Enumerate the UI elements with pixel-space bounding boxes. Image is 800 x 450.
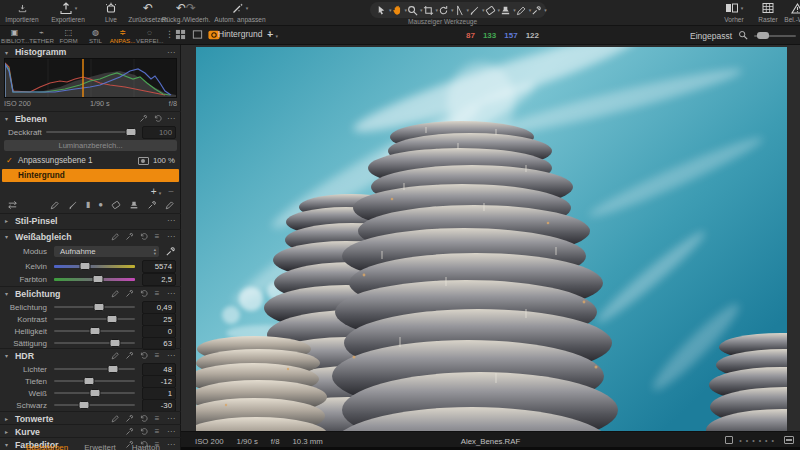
hdr-reset-icon[interactable]	[138, 351, 148, 361]
cursor-tool[interactable]: ▾	[376, 5, 392, 16]
mask-pen-icon[interactable]	[50, 196, 60, 214]
multi-view-icon[interactable]	[174, 29, 186, 40]
mask-clear-icon[interactable]	[165, 196, 175, 214]
shadows-slider[interactable]	[54, 380, 135, 382]
rotate-tool[interactable]: ▾	[438, 5, 454, 16]
panel-header-layers[interactable]: ▾ Ebenen ⋯	[0, 111, 181, 125]
white-slider[interactable]	[54, 392, 135, 394]
tabs-overflow-menu[interactable]: ⋮	[165, 26, 174, 45]
single-view-icon[interactable]	[191, 29, 203, 40]
crop-tool[interactable]: ▾	[423, 5, 439, 16]
mask-brush-icon[interactable]	[68, 196, 78, 214]
exposure-reset-icon[interactable]	[138, 289, 148, 299]
curve-reset-icon[interactable]	[138, 427, 148, 437]
layer-opacity-badge[interactable]: 100 %	[153, 156, 175, 165]
tab-library[interactable]: ▣ BIBLIOT...	[1, 26, 28, 45]
saturation-slider[interactable]	[54, 342, 135, 344]
auto-adjust-button[interactable]: ▾ Autom. anpassen	[210, 1, 270, 23]
panel-header-white-balance[interactable]: ▾ Weißabgleich ≡ ⋯	[0, 229, 181, 243]
pen-tool[interactable]: ▾	[516, 5, 532, 16]
panel-menu-icon[interactable]: ⋯	[166, 47, 176, 57]
wb-pen-icon[interactable]	[110, 232, 120, 242]
layer-row-adjustment[interactable]: ✓ Anpassungsebene 1 100 %	[2, 154, 179, 167]
panel-menu-icon[interactable]: ⋯	[166, 351, 176, 361]
undo-redo-buttons[interactable]: ↶↷ Rückg./Wiederh.	[158, 1, 214, 23]
exposure-warning-button[interactable]: Bel.-War	[782, 1, 800, 23]
panel-menu-icon[interactable]: ⋯	[166, 427, 176, 437]
levels-presets-icon[interactable]: ≡	[152, 414, 162, 424]
curve-presets-icon[interactable]: ≡	[152, 427, 162, 437]
expand-icon[interactable]: ▸	[5, 415, 12, 422]
brightness-slider[interactable]	[54, 330, 135, 332]
tab-refine[interactable]: ◌ VERFEI...	[136, 26, 163, 45]
dropper-tool[interactable]: ▾	[531, 5, 547, 16]
panel-menu-icon[interactable]: ⋯	[166, 216, 176, 226]
export-button[interactable]: ▾ Exportieren	[42, 1, 94, 23]
zoom-slider-handle[interactable]	[757, 32, 769, 39]
layer-mask-icon[interactable]	[138, 157, 149, 165]
tint-slider[interactable]	[54, 278, 135, 281]
tab-basic-colors[interactable]: Basisfarben	[26, 443, 68, 450]
expand-icon[interactable]: ▸	[5, 428, 12, 435]
tab-style[interactable]: ◍ STIL	[82, 26, 109, 45]
photo-canvas[interactable]	[196, 47, 787, 431]
mask-circle-icon[interactable]: ●	[98, 200, 103, 209]
panel-menu-icon[interactable]: ⋯	[166, 232, 176, 242]
expand-icon[interactable]: ▸	[5, 217, 12, 224]
add-adjustment-button[interactable]: +▾	[267, 28, 278, 40]
luminance-range-button[interactable]: Luminanzbereich...	[4, 140, 177, 151]
filmstrip-icon[interactable]	[784, 436, 794, 444]
levels-reset-icon[interactable]	[138, 414, 148, 424]
collapse-icon[interactable]: ▾	[5, 115, 12, 122]
layer-row-background[interactable]: ✓ Hintergrund	[2, 169, 179, 182]
thumbnail-toggle-icon[interactable]	[725, 436, 733, 444]
opacity-slider[interactable]	[46, 131, 135, 133]
wb-mode-dropdown[interactable]: Aufnahme ▴▾	[54, 246, 159, 257]
panel-header-exposure[interactable]: ▾ Belichtung ≡ ⋯	[0, 286, 181, 300]
draw-mask-tool[interactable]: ▾	[469, 5, 485, 16]
wb-reset-icon[interactable]	[138, 232, 148, 242]
zoom-slider[interactable]	[754, 35, 796, 37]
pan-tool[interactable]: ▾	[392, 5, 408, 16]
layer-reset-icon[interactable]	[152, 114, 162, 124]
pagination-dots[interactable]: ••••••	[739, 437, 778, 444]
panel-header-levels[interactable]: ▸ Tonwerte ≡ ⋯	[0, 411, 181, 425]
hdr-presets-icon[interactable]: ≡	[152, 351, 162, 361]
exposure-dropper-icon[interactable]	[124, 289, 134, 299]
before-after-button[interactable]: ▾ Vorher	[716, 1, 752, 23]
loupe-tool[interactable]: ▾	[407, 5, 423, 16]
kelvin-slider[interactable]	[54, 265, 135, 268]
erase-mask-tool[interactable]: ▾	[485, 5, 501, 16]
highlights-slider[interactable]	[54, 368, 135, 370]
tab-advanced[interactable]: Erweitert	[84, 443, 116, 450]
swap-mask-icon[interactable]	[6, 196, 19, 214]
wb-dropper-icon[interactable]	[124, 232, 134, 242]
exposure-slider[interactable]	[54, 306, 135, 308]
collapse-icon[interactable]: ▾	[5, 290, 12, 297]
hdr-dropper-icon[interactable]	[124, 351, 134, 361]
tab-adjustments[interactable]: ≑ ANPAS...	[109, 26, 136, 45]
tab-shape[interactable]: ⬚ FORM	[55, 26, 82, 45]
mask-eraser-icon[interactable]	[111, 196, 121, 214]
levels-dropper-icon[interactable]	[124, 414, 134, 424]
wb-pick-dropper-icon[interactable]	[165, 243, 176, 261]
panel-header-style-brush[interactable]: ▸ Stil-Pinsel ⋯	[0, 213, 181, 227]
tab-tether[interactable]: ⌁ TETHER	[28, 26, 55, 45]
panel-header-curve[interactable]: ▸ Kurve ≡ ⋯	[0, 424, 181, 438]
contrast-slider[interactable]	[54, 318, 135, 320]
collapse-icon[interactable]: ▾	[5, 352, 12, 359]
mask-stamp-icon[interactable]	[129, 196, 139, 214]
heal-tool[interactable]: ▾	[500, 5, 516, 16]
hdr-pen-icon[interactable]	[110, 351, 120, 361]
import-button[interactable]: Importieren	[2, 1, 42, 23]
panel-header-hdr[interactable]: ▾ HDR ≡ ⋯	[0, 348, 181, 362]
zoom-mode-label[interactable]: Eingepasst	[690, 31, 732, 41]
exposure-pen-icon[interactable]	[110, 289, 120, 299]
levels-pen-icon[interactable]	[110, 414, 120, 424]
undo-icon[interactable]: ↶	[176, 2, 186, 14]
straighten-tool[interactable]: ▾	[454, 5, 470, 16]
black-slider[interactable]	[54, 404, 135, 406]
mask-fill-icon[interactable]: ▮	[86, 200, 90, 209]
panel-menu-icon[interactable]: ⋯	[166, 414, 176, 424]
grid-button[interactable]: Raster	[752, 1, 784, 23]
